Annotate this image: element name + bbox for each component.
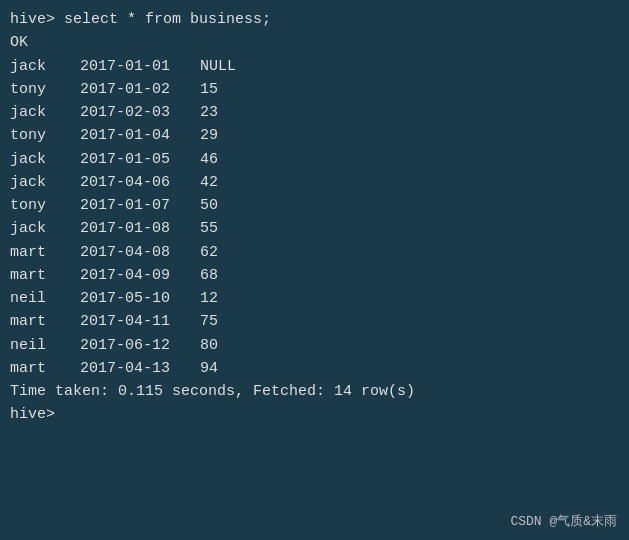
row-name: mart [10, 264, 80, 287]
row-name: jack [10, 171, 80, 194]
row-value: 29 [200, 124, 218, 147]
row-name: mart [10, 310, 80, 333]
row-date: 2017-04-11 [80, 310, 200, 333]
data-rows: jack2017-01-01NULLtony2017-01-0215jack20… [10, 55, 619, 381]
table-row: mart2017-04-0862 [10, 241, 619, 264]
table-row: jack2017-01-0855 [10, 217, 619, 240]
row-date: 2017-01-08 [80, 217, 200, 240]
row-value: 68 [200, 264, 218, 287]
row-name: tony [10, 124, 80, 147]
row-date: 2017-05-10 [80, 287, 200, 310]
row-value: 12 [200, 287, 218, 310]
row-name: jack [10, 55, 80, 78]
table-row: tony2017-01-0215 [10, 78, 619, 101]
table-row: mart2017-04-1394 [10, 357, 619, 380]
table-row: mart2017-04-0968 [10, 264, 619, 287]
row-value: 55 [200, 217, 218, 240]
row-value: 94 [200, 357, 218, 380]
row-date: 2017-06-12 [80, 334, 200, 357]
row-name: jack [10, 217, 80, 240]
command-line: hive> select * from business; [10, 8, 619, 31]
table-row: jack2017-01-0546 [10, 148, 619, 171]
row-value: 50 [200, 194, 218, 217]
table-row: mart2017-04-1175 [10, 310, 619, 333]
terminal: hive> select * from business; OK jack201… [0, 0, 629, 540]
row-date: 2017-01-05 [80, 148, 200, 171]
row-date: 2017-01-04 [80, 124, 200, 147]
table-row: jack2017-01-01NULL [10, 55, 619, 78]
footer-line: Time taken: 0.115 seconds, Fetched: 14 r… [10, 380, 619, 403]
row-name: neil [10, 287, 80, 310]
row-date: 2017-04-13 [80, 357, 200, 380]
row-date: 2017-02-03 [80, 101, 200, 124]
row-value: 75 [200, 310, 218, 333]
row-value: 42 [200, 171, 218, 194]
row-name: tony [10, 78, 80, 101]
table-row: tony2017-01-0429 [10, 124, 619, 147]
row-name: neil [10, 334, 80, 357]
row-value: 15 [200, 78, 218, 101]
row-name: jack [10, 148, 80, 171]
table-row: jack2017-02-0323 [10, 101, 619, 124]
ok-line: OK [10, 31, 619, 54]
row-name: mart [10, 357, 80, 380]
row-value: 46 [200, 148, 218, 171]
row-value: NULL [200, 55, 236, 78]
row-date: 2017-01-07 [80, 194, 200, 217]
watermark: CSDN @气质&末雨 [510, 512, 617, 530]
table-row: jack2017-04-0642 [10, 171, 619, 194]
row-date: 2017-04-08 [80, 241, 200, 264]
row-date: 2017-01-01 [80, 55, 200, 78]
row-date: 2017-01-02 [80, 78, 200, 101]
row-name: jack [10, 101, 80, 124]
row-name: mart [10, 241, 80, 264]
row-name: tony [10, 194, 80, 217]
table-row: neil2017-05-1012 [10, 287, 619, 310]
row-date: 2017-04-06 [80, 171, 200, 194]
row-value: 23 [200, 101, 218, 124]
row-value: 62 [200, 241, 218, 264]
row-date: 2017-04-09 [80, 264, 200, 287]
table-row: tony2017-01-0750 [10, 194, 619, 217]
prompt-end: hive> [10, 403, 619, 426]
row-value: 80 [200, 334, 218, 357]
table-row: neil2017-06-1280 [10, 334, 619, 357]
